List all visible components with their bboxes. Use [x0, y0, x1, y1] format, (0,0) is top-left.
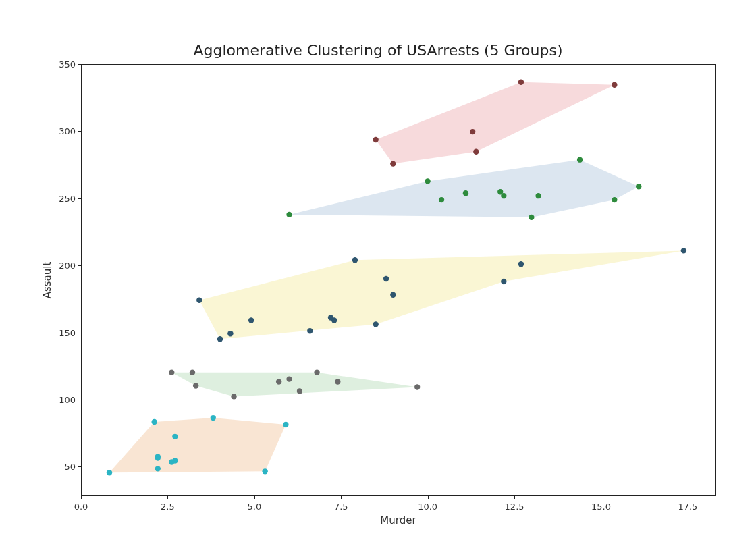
point-cluster-4-cyan	[211, 415, 216, 421]
y-tick-mark	[78, 64, 81, 65]
point-cluster-2-blue	[390, 292, 396, 298]
y-tick-mark	[78, 265, 81, 266]
y-tick: 50	[49, 462, 76, 472]
point-cluster-3-grey	[286, 376, 292, 381]
point-cluster-4-cyan	[107, 470, 112, 475]
point-cluster-1-green	[463, 190, 468, 196]
point-cluster-2-blue	[307, 328, 313, 333]
x-tick-mark	[514, 496, 515, 500]
point-cluster-1-green	[535, 193, 541, 198]
hull-cluster-1-green	[290, 160, 639, 217]
point-cluster-1-green	[529, 215, 534, 220]
point-cluster-3-grey	[231, 394, 236, 399]
point-cluster-3-grey	[335, 379, 340, 384]
point-cluster-2-blue	[196, 298, 202, 303]
point-cluster-3-grey	[169, 370, 174, 375]
point-cluster-4-cyan	[172, 434, 178, 439]
x-tick: 17.5	[678, 502, 697, 512]
y-tick: 300	[49, 126, 76, 136]
point-cluster-2-blue	[331, 317, 337, 323]
hull-cluster-0-red	[376, 82, 615, 164]
point-cluster-0-red	[518, 80, 524, 85]
y-tick: 350	[49, 59, 76, 70]
point-cluster-2-blue	[681, 248, 686, 253]
plot-svg	[82, 65, 715, 495]
point-cluster-1-green	[612, 197, 617, 202]
y-tick-mark	[78, 131, 81, 132]
point-cluster-1-green	[439, 197, 444, 202]
y-tick: 200	[49, 261, 76, 271]
x-tick: 5.0	[247, 502, 261, 512]
point-cluster-1-green	[425, 178, 430, 184]
x-axis-label: Murder	[81, 514, 716, 526]
point-cluster-4-cyan	[283, 422, 288, 427]
point-cluster-4-cyan	[172, 458, 178, 463]
x-tick-mark	[254, 496, 255, 500]
point-cluster-2-blue	[248, 317, 254, 323]
point-cluster-3-grey	[297, 388, 302, 394]
y-tick: 100	[49, 394, 76, 404]
point-cluster-3-grey	[190, 370, 195, 375]
y-tick-mark	[78, 198, 81, 199]
point-cluster-4-cyan	[151, 419, 157, 425]
x-tick-mark	[341, 496, 342, 500]
y-tick-mark	[78, 333, 81, 333]
hull-cluster-2-blue	[199, 250, 684, 339]
point-cluster-3-grey	[414, 384, 420, 389]
x-tick: 2.5	[161, 502, 175, 512]
point-cluster-0-red	[473, 149, 479, 155]
x-tick-mark	[428, 496, 429, 500]
y-tick-mark	[78, 400, 81, 400]
plot-area	[81, 64, 716, 496]
y-tick: 150	[49, 327, 76, 338]
y-tick: 250	[49, 193, 76, 203]
point-cluster-1-green	[577, 157, 583, 162]
point-cluster-3-grey	[314, 370, 319, 375]
point-cluster-2-blue	[352, 257, 358, 263]
hull-cluster-4-cyan	[109, 418, 286, 473]
hull-cluster-3-grey	[171, 373, 417, 397]
point-cluster-1-green	[286, 212, 292, 217]
x-tick: 12.5	[505, 502, 524, 512]
x-tick: 7.5	[334, 502, 348, 512]
x-tick: 15.0	[591, 502, 611, 512]
point-cluster-0-red	[612, 82, 617, 88]
point-cluster-2-blue	[383, 276, 389, 281]
cluster-hulls	[109, 82, 684, 473]
point-cluster-2-blue	[227, 331, 233, 336]
point-cluster-1-green	[636, 184, 641, 189]
point-cluster-3-grey	[193, 383, 198, 388]
x-tick-mark	[688, 496, 688, 500]
figure: Agglomerative Clustering of USArrests (5…	[0, 0, 756, 540]
point-cluster-4-cyan	[262, 468, 267, 474]
x-tick-mark	[167, 496, 168, 500]
x-tick: 10.0	[418, 502, 437, 512]
x-tick: 0.0	[74, 502, 88, 512]
chart-title: Agglomerative Clustering of USArrests (5…	[0, 42, 756, 59]
point-cluster-3-grey	[276, 379, 281, 384]
point-cluster-0-red	[470, 129, 475, 134]
point-cluster-2-blue	[217, 336, 223, 342]
point-cluster-4-cyan	[155, 466, 161, 471]
point-cluster-2-blue	[373, 321, 378, 327]
point-cluster-2-blue	[518, 261, 524, 267]
point-cluster-4-cyan	[155, 454, 161, 459]
x-tick-mark	[81, 496, 82, 500]
point-cluster-0-red	[373, 137, 378, 142]
point-cluster-2-blue	[501, 279, 506, 284]
point-cluster-0-red	[390, 161, 396, 166]
y-tick-mark	[78, 466, 81, 467]
point-cluster-1-green	[501, 193, 506, 198]
x-tick-mark	[601, 496, 601, 500]
